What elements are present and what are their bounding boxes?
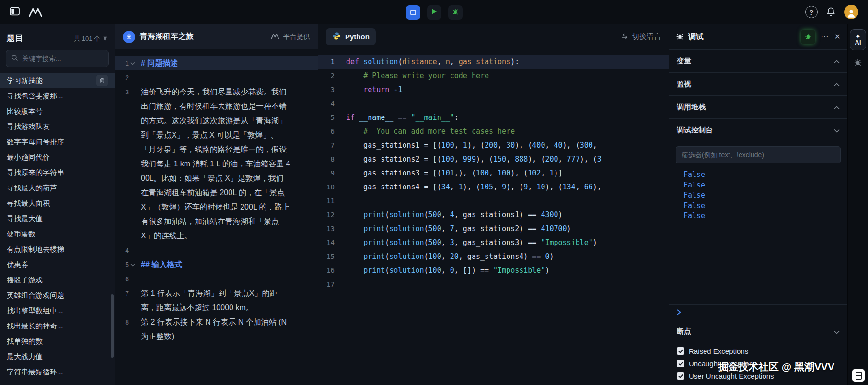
sidebar-toggle-button[interactable]: [10, 7, 20, 17]
list-item[interactable]: 寻找最大面积: [0, 196, 115, 211]
list-item[interactable]: 英雄组合游戏问题: [0, 288, 115, 303]
line-number: 3: [318, 83, 346, 97]
doc-text: # 问题描述: [138, 56, 290, 70]
list-item[interactable]: 最大战力值: [0, 349, 115, 364]
search-input[interactable]: [22, 55, 109, 62]
checkbox-checked[interactable]: [677, 347, 684, 355]
list-item[interactable]: 优惠券: [0, 257, 115, 272]
console-filter-input[interactable]: [676, 146, 841, 163]
code-line[interactable]: 17: [318, 278, 669, 292]
section-watch[interactable]: 监视: [669, 72, 847, 95]
code-line[interactable]: 6 # You can add more test cases here: [318, 125, 669, 139]
code-line[interactable]: 7 gas_stations1 = [(100, 1), (200, 30), …: [318, 139, 669, 152]
list-item-label: 寻找最大面积: [7, 199, 50, 208]
code-line[interactable]: 10 gas_stations4 = [(34, 1), (105, 9), (…: [318, 180, 669, 194]
code-line[interactable]: 9 gas_stations3 = [(101,), (100, 100), (…: [318, 166, 669, 180]
close-icon: ✕: [834, 33, 841, 41]
scrollbar[interactable]: [111, 294, 114, 358]
list-item[interactable]: 有点限制地去楼梯: [0, 242, 115, 257]
ai-assistant-button[interactable]: ✦ AI: [850, 29, 866, 50]
breakpoint-row[interactable]: Uncaught Exceptions: [669, 357, 847, 370]
section-label: 调用堆栈: [677, 103, 706, 112]
line-number: 6: [115, 272, 138, 286]
square-icon: [410, 10, 416, 15]
code-line[interactable]: 13 print(solution(500, 7, gas_stations2)…: [318, 222, 669, 236]
section-callstack[interactable]: 调用堆栈: [669, 95, 847, 118]
code-line[interactable]: 16 print(solution(100, 0, []) == "Imposs…: [318, 264, 669, 278]
checkbox-checked[interactable]: [677, 360, 684, 367]
list-item[interactable]: 学习新技能: [0, 73, 115, 88]
code-line[interactable]: 1def solution(distance, n, gas_stations)…: [318, 55, 669, 69]
code-line[interactable]: 4: [318, 97, 669, 111]
help-button[interactable]: ?: [805, 6, 818, 18]
line-number: 5: [318, 111, 346, 125]
more-menu-button[interactable]: ⋯: [821, 33, 829, 41]
debug-session-button[interactable]: [801, 30, 815, 44]
doc-text: 第 2 行表示接下来 N 行表示 N 个加油站 (N 为正整数): [138, 315, 290, 344]
run-button[interactable]: [427, 5, 441, 20]
breakpoint-row[interactable]: User Uncaught Exceptions: [669, 370, 847, 382]
delete-problem-button[interactable]: [96, 75, 108, 86]
line-number: 1: [318, 55, 346, 69]
debug-header: 调试 ⋯ ✕: [669, 24, 847, 49]
list-item-label: 最大战力值: [7, 352, 43, 362]
chevron-down-icon: [834, 126, 840, 134]
line-number: 11: [318, 194, 346, 208]
list-item[interactable]: 找出最长的神奇...: [0, 318, 115, 334]
console-prompt[interactable]: [669, 304, 847, 320]
list-item[interactable]: 找出整型数组中...: [0, 303, 115, 318]
checkbox-checked[interactable]: [677, 372, 684, 380]
list-item[interactable]: 最小趋同代价: [0, 150, 115, 165]
list-item[interactable]: 寻找包含斐波那...: [0, 88, 115, 104]
problem-panel: 青海湖租车之旅 平台提供 1# 问题描述23油价飞升的今天，我们尽量减少花费。我…: [115, 24, 318, 385]
bug-icon: [451, 8, 459, 17]
switch-language-button[interactable]: 切换语言: [621, 32, 661, 41]
avatar[interactable]: [844, 5, 858, 19]
list-item-label: 寻找最大的葫芦: [7, 184, 57, 193]
list-item[interactable]: 硬币凑数: [0, 226, 115, 242]
section-variables[interactable]: 变量: [669, 49, 847, 72]
list-item[interactable]: 数字字母问号排序: [0, 134, 115, 150]
code-line[interactable]: 15 print(solution(100, 20, gas_stations4…: [318, 250, 669, 264]
blue-action-button[interactable]: [406, 5, 420, 20]
debug-button[interactable]: [448, 5, 463, 20]
code-line[interactable]: 11: [318, 194, 669, 208]
doc-text: [138, 243, 290, 257]
breakpoint-row[interactable]: Raised Exceptions: [669, 345, 847, 357]
line-number: 14: [318, 236, 346, 250]
code-line[interactable]: 5if __name__ == "__main__":: [318, 111, 669, 125]
code-line[interactable]: 8 gas_stations2 = [(100, 999), (150, 888…: [318, 152, 669, 166]
line-number: 15: [318, 250, 346, 264]
list-item[interactable]: 摇骰子游戏: [0, 272, 115, 288]
notifications-button[interactable]: [826, 7, 835, 18]
code-line[interactable]: 14 print(solution(500, 3, gas_stations3)…: [318, 236, 669, 250]
help-icon: ?: [809, 8, 813, 16]
list-item[interactable]: 比较版本号: [0, 104, 115, 119]
doc-line: 8第 2 行表示接下来 N 行表示 N 个加油站 (N 为正整数): [115, 315, 318, 344]
list-item[interactable]: 找单独的数: [0, 334, 115, 349]
list-item-label: 字符串最短循环...: [7, 368, 63, 377]
close-panel-button[interactable]: ✕: [834, 33, 841, 41]
list-item[interactable]: 寻找原来的字符串: [0, 165, 115, 180]
code-line[interactable]: 2 # Please write your code here: [318, 69, 669, 83]
code-content: gas_stations1 = [(100, 1), (200, 30), (4…: [346, 139, 669, 152]
list-item[interactable]: 寻找最大值: [0, 211, 115, 226]
language-selector[interactable]: Python: [326, 28, 376, 45]
code-area[interactable]: 1def solution(distance, n, gas_stations)…: [318, 49, 669, 385]
code-line[interactable]: 12 print(solution(500, 4, gas_stations1)…: [318, 208, 669, 222]
list-item[interactable]: 寻找游戏队友: [0, 119, 115, 134]
filter-icon[interactable]: [103, 35, 108, 43]
list-item[interactable]: 字符串最短循环...: [0, 364, 115, 380]
debug-rail-icon[interactable]: [854, 58, 862, 69]
problem-list: 学习新技能寻找包含斐波那...比较版本号寻找游戏队友数字字母问号排序最小趋同代价…: [0, 73, 115, 385]
problem-sidebar: 题目 共 101 个 学习新技能寻找包含斐波那...比较版本号寻找游戏队友数字字…: [0, 24, 115, 385]
python-icon: [332, 32, 341, 42]
search-box[interactable]: [6, 50, 109, 67]
code-line[interactable]: 3 return -1: [318, 83, 669, 97]
bell-icon: [826, 7, 835, 18]
section-breakpoints[interactable]: 断点: [669, 320, 847, 343]
download-icon[interactable]: [123, 31, 135, 43]
section-debug-console[interactable]: 调试控制台: [669, 118, 847, 141]
list-item[interactable]: 寻找最大的葫芦: [0, 180, 115, 196]
debug-title: 调试: [688, 32, 704, 42]
